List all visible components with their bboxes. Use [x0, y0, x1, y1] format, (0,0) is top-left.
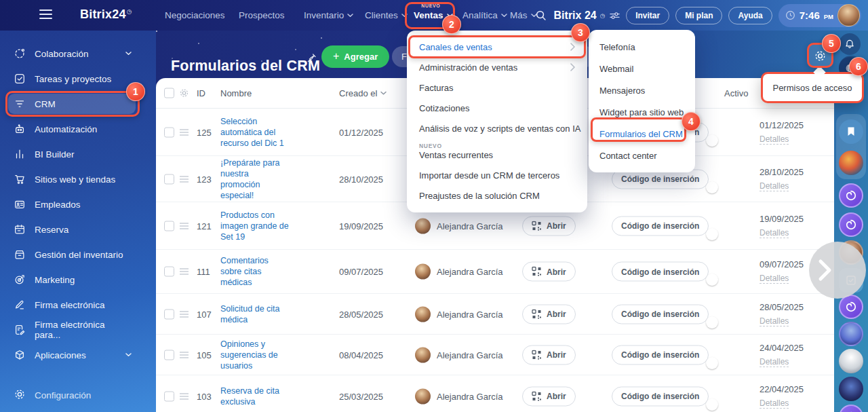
settings-button[interactable]	[814, 50, 827, 62]
submenu-item-mensajeros[interactable]: Mensajeros	[589, 79, 695, 101]
sliders-icon[interactable]	[610, 12, 620, 20]
nav-item-prospectos[interactable]: Prospectos	[239, 0, 285, 31]
open-form-button[interactable]: Abrir	[522, 216, 576, 236]
drag-handle-icon[interactable]	[179, 392, 189, 400]
nav-item-clientes[interactable]: Clientes	[365, 0, 408, 31]
avatar-boat[interactable]	[839, 151, 863, 175]
sidebar-item-empleados[interactable]: Empleados	[8, 194, 136, 214]
nav-item-analitica[interactable]: Analítica	[462, 0, 507, 31]
drag-handle-icon[interactable]	[179, 267, 189, 276]
submenu-item-formularios-del-crm[interactable]: Formularios del CRM	[589, 123, 695, 145]
form-name-link[interactable]: ¡Prepárate para nuestra promoción especi…	[220, 157, 290, 201]
menu-item-canales-de-ventas[interactable]: Canales de ventas	[407, 37, 587, 57]
copilot-widget[interactable]	[839, 183, 863, 208]
embed-code-button[interactable]: Código de inserción	[612, 386, 709, 406]
details-link[interactable]: Detalles	[760, 357, 789, 367]
row-checkbox[interactable]	[164, 309, 174, 319]
drag-handle-icon[interactable]	[179, 222, 189, 230]
sidebar-item-sitios-web[interactable]: Sitios web y tiendas	[8, 169, 136, 189]
details-link[interactable]: Detalles	[760, 181, 789, 191]
nav-item-inventario[interactable]: Inventario	[304, 0, 353, 31]
menu-item-administraci-n-de-ventas[interactable]: Administración de ventas	[407, 57, 587, 77]
row-checkbox[interactable]	[164, 391, 174, 401]
submenu-item-widget-para-sitio-web[interactable]: Widget para sitio web	[589, 101, 695, 123]
sidebar-item-configuracion[interactable]: Configuración	[8, 385, 136, 405]
details-link[interactable]: Detalles	[760, 398, 789, 409]
details-link[interactable]: Detalles	[760, 316, 789, 326]
user-avatar[interactable]	[837, 4, 860, 26]
sidebar-item-colaboracion[interactable]: Colaboración	[8, 43, 136, 64]
avatar-cat[interactable]	[839, 349, 863, 373]
sidebar-item-aplicaciones[interactable]: Aplicaciones	[8, 345, 136, 365]
expand-panel-button[interactable]	[809, 242, 866, 299]
select-all-checkbox[interactable]	[164, 88, 174, 98]
notifications-button[interactable]	[839, 33, 861, 55]
form-name-link[interactable]: Productos con imagen grande de Set 19	[220, 210, 290, 242]
avatar-woman-blue[interactable]	[839, 322, 863, 346]
menu-item-importar-desde-un-crm-de-terceros[interactable]: Importar desde un CRM de terceros	[407, 166, 587, 186]
column-header-activo[interactable]: Activo	[724, 88, 748, 98]
sidebar-item-bi-builder[interactable]: BI Builder	[8, 144, 136, 164]
help-button[interactable]: Ayuda	[728, 7, 772, 24]
menu-item-cotizaciones[interactable]: Cotizaciones	[407, 98, 587, 118]
form-name-link[interactable]: Selección automática del recurso del Dic…	[220, 116, 290, 149]
open-form-button[interactable]: Abrir	[522, 262, 576, 282]
open-form-button[interactable]: Abrir	[522, 304, 576, 324]
avatar-space[interactable]	[839, 377, 863, 401]
copilot-widget[interactable]	[839, 405, 863, 412]
copilot-widget[interactable]	[839, 295, 863, 319]
menu-item-an-lisis-de-voz-y-scripts-de-ventas-con-ia[interactable]: Análisis de voz y scripts de ventas con …	[407, 118, 587, 138]
open-form-button[interactable]: Abrir	[522, 386, 576, 406]
row-checkbox[interactable]	[164, 350, 174, 360]
row-checkbox[interactable]	[164, 221, 174, 231]
drag-handle-icon[interactable]	[179, 175, 189, 183]
embed-code-button[interactable]: Código de inserción	[612, 304, 709, 324]
column-header-nombre[interactable]: Nombre	[220, 88, 290, 98]
sidebar-item-tareas[interactable]: Tareas y proyectos	[8, 69, 136, 89]
column-header-id[interactable]: ID	[197, 88, 205, 98]
details-link[interactable]: Detalles	[760, 228, 789, 238]
row-checkbox[interactable]	[164, 174, 174, 184]
drag-handle-icon[interactable]	[179, 128, 189, 136]
sidebar-item-crm[interactable]: CRM	[8, 94, 136, 114]
copilot-widget[interactable]	[839, 212, 863, 237]
menu-item-preajustes-de-la-soluci-n-crm[interactable]: Preajustes de la solución CRM	[407, 186, 587, 206]
add-form-button[interactable]: + Agregar	[321, 45, 389, 68]
submenu-item-webmail[interactable]: Webmail	[589, 58, 695, 79]
nav-item-negociaciones[interactable]: Negociaciones	[165, 0, 225, 31]
open-form-button[interactable]: Abrir	[522, 345, 576, 364]
nav-item-mas[interactable]: Más	[510, 0, 537, 31]
pin-icon[interactable]	[307, 53, 317, 63]
search-icon[interactable]	[535, 10, 547, 21]
sidebar-item-inventario[interactable]: Gestión del inventario	[8, 244, 136, 265]
hamburger-menu-icon[interactable]	[39, 10, 52, 20]
drag-handle-icon[interactable]	[179, 351, 189, 359]
sidebar-item-firma[interactable]: Firma electrónica	[8, 295, 136, 315]
worktime-widget[interactable]: 7:46 PM	[778, 4, 861, 27]
embed-code-button[interactable]: Código de inserción	[612, 216, 709, 236]
submenu-item-contact-center[interactable]: Contact center	[589, 145, 695, 166]
sidebar-item-firma-hr[interactable]: Firma electrónica para...	[8, 320, 136, 340]
drag-handle-icon[interactable]	[179, 310, 189, 318]
bookmark-widget[interactable]	[839, 119, 863, 144]
form-name-link[interactable]: Reserva de cita exclusiva	[220, 386, 290, 407]
row-checkbox[interactable]	[164, 127, 174, 137]
my-plan-button[interactable]: Mi plan	[675, 7, 722, 24]
embed-code-button[interactable]: Código de inserción	[612, 262, 709, 282]
submenu-item-telefon-a[interactable]: Telefonía	[589, 36, 695, 58]
form-name-link[interactable]: Solicitud de cita médica	[220, 303, 290, 325]
sidebar-item-marketing[interactable]: Marketing	[8, 269, 136, 290]
sidebar-item-reserva[interactable]: Reserva	[8, 219, 136, 240]
row-checkbox[interactable]	[164, 267, 174, 277]
menu-item-ventas-recurrentes[interactable]: Ventas recurrentes	[407, 149, 587, 166]
menu-item-facturas[interactable]: Facturas	[407, 77, 587, 98]
form-name-link[interactable]: Comentarios sobre citas médicas	[220, 255, 290, 288]
details-link[interactable]: Detalles	[760, 274, 789, 284]
details-link[interactable]: Detalles	[760, 134, 789, 145]
invite-button[interactable]: Invitar	[626, 7, 669, 24]
column-header-creado[interactable]: Creado el	[339, 88, 387, 98]
embed-code-button[interactable]: Código de inserción	[612, 345, 709, 364]
grid-settings-gear-icon[interactable]	[179, 88, 189, 98]
form-name-link[interactable]: Opiniones y sugerencias de usuarios	[220, 339, 290, 371]
sidebar-item-automatizacion[interactable]: Automatización	[8, 119, 136, 139]
